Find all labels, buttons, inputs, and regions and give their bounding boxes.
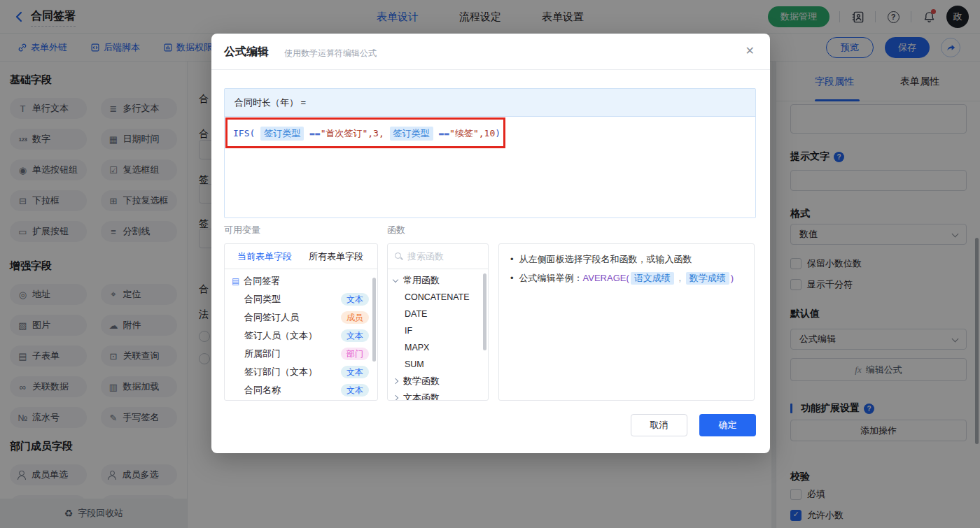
functions-scrollbar[interactable] <box>483 273 486 350</box>
modal-subtitle: 使用数学运算符编辑公式 <box>284 48 377 59</box>
close-icon[interactable]: ✕ <box>746 44 755 57</box>
confirm-button[interactable]: 确定 <box>699 414 756 436</box>
cancel-button[interactable]: 取消 <box>631 414 687 436</box>
variables-tabs: 当前表单字段 所有表单字段 <box>225 244 377 269</box>
formula-target-line: 合同时长（年） = <box>225 89 755 117</box>
functions-panel: 常用函数 CONCATENATE DATE IF MAPX SUM 数学函数 文… <box>387 243 489 401</box>
tip-line-2: • 公式编辑举例：AVERAGE(语文成绩，数学成绩) <box>510 272 743 285</box>
field-token: 签订类型 <box>390 127 433 141</box>
type-badge: 成员 <box>341 311 369 324</box>
form-node[interactable]: ▤ 合同签署 <box>225 272 377 290</box>
search-icon <box>395 252 402 260</box>
modal-footer: 取消 确定 <box>631 414 756 436</box>
function-search <box>388 244 488 269</box>
variables-label: 可用变量 <box>224 224 260 236</box>
chevron-right-icon <box>393 395 398 401</box>
function-item[interactable]: CONCATENATE <box>388 289 488 306</box>
variables-scrollbar[interactable] <box>372 278 376 362</box>
tab-current-form-fields[interactable]: 当前表单字段 <box>237 250 292 263</box>
formula-expression: IFS( 签订类型 =="首次签订",3, 签订类型 =="续签",10) <box>233 127 747 141</box>
type-badge: 文本 <box>341 293 369 306</box>
type-badge: 文本 <box>341 366 369 378</box>
function-group-common[interactable]: 常用函数 <box>388 272 488 289</box>
type-badge: 文本 <box>341 329 369 342</box>
search-input[interactable] <box>407 251 477 262</box>
modal-title: 公式编辑 <box>224 45 269 59</box>
variable-row[interactable]: 所属部门部门 <box>225 345 377 363</box>
functions-label: 函数 <box>387 224 405 236</box>
function-group-text[interactable]: 文本函数 <box>388 390 488 401</box>
type-badge: 部门 <box>341 348 369 360</box>
variables-list: ▤ 合同签署 合同类型文本 合同签订人员成员 签订人员（文本）文本 所属部门部门… <box>225 269 377 401</box>
formula-editor-modal: 公式编辑 使用数学运算符编辑公式 ✕ 合同时长（年） = IFS( 签订类型 =… <box>211 34 770 453</box>
tab-all-form-fields[interactable]: 所有表单字段 <box>309 250 363 263</box>
variable-row[interactable]: 合同名称文本 <box>225 381 377 399</box>
function-list: 常用函数 CONCATENATE DATE IF MAPX SUM 数学函数 文… <box>388 269 488 401</box>
form-icon: ▤ <box>232 276 239 286</box>
function-item[interactable]: SUM <box>388 356 488 373</box>
chevron-down-icon <box>393 276 398 282</box>
tips-panel: • 从左侧面板选择字段名和函数，或输入函数 • 公式编辑举例：AVERAGE(语… <box>498 243 755 401</box>
type-badge: 文本 <box>341 384 369 397</box>
field-token: 语文成绩 <box>631 272 674 285</box>
variable-row[interactable]: 合同类型文本 <box>225 290 377 308</box>
function-item[interactable]: MAPX <box>388 339 488 356</box>
function-group-math[interactable]: 数学函数 <box>388 373 488 390</box>
modal-header: 公式编辑 使用数学运算符编辑公式 ✕ <box>211 34 770 70</box>
formula-editor[interactable]: IFS( 签订类型 =="首次签订",3, 签订类型 =="续签",10) <box>225 117 755 150</box>
tip-line-1: • 从左侧面板选择字段名和函数，或输入函数 <box>510 253 743 266</box>
function-item[interactable]: DATE <box>388 306 488 322</box>
chevron-right-icon <box>393 378 398 384</box>
variables-panel: 当前表单字段 所有表单字段 ▤ 合同签署 合同类型文本 合同签订人员成员 签订人… <box>224 243 378 401</box>
formula-box: 合同时长（年） = IFS( 签订类型 =="首次签订",3, 签订类型 =="… <box>224 88 756 218</box>
variable-row[interactable]: 合同签订人员成员 <box>225 308 377 327</box>
variable-row-clipped[interactable] <box>225 399 377 401</box>
field-token: 数学成绩 <box>686 272 729 285</box>
variable-row[interactable]: 签订人员（文本）文本 <box>225 327 377 345</box>
variable-row[interactable]: 签订部门（文本）文本 <box>225 363 377 381</box>
function-item[interactable]: IF <box>388 322 488 339</box>
field-token: 签订类型 <box>260 127 304 141</box>
